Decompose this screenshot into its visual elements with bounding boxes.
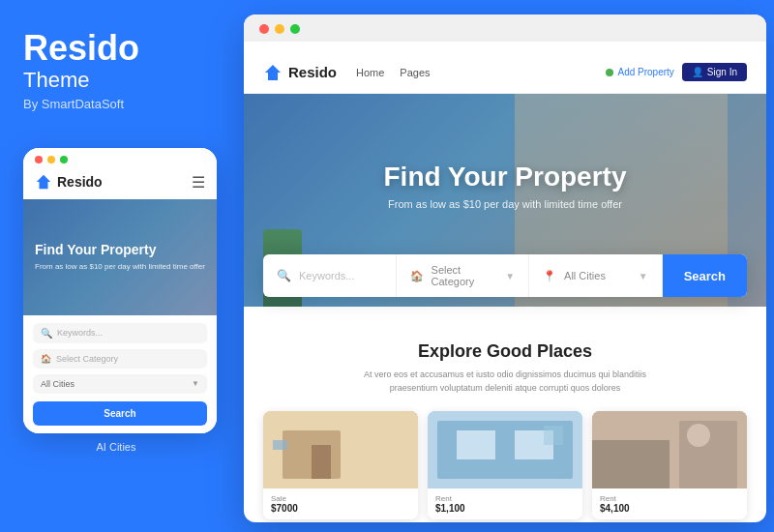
- city-arrow-icon: ▼: [639, 271, 648, 281]
- mobile-category-text[interactable]: Select Category: [56, 354, 118, 364]
- card-type-3: Rent: [600, 494, 739, 503]
- card-2-illustration: [428, 411, 582, 488]
- mobile-hero: Find Your Property From as low as $10 pe…: [23, 199, 217, 315]
- desktop-dot-green: [290, 24, 300, 34]
- card-price-1: $7000: [271, 503, 410, 514]
- mobile-category-icon: 🏠: [41, 354, 51, 364]
- mobile-logo-icon: [35, 173, 52, 191]
- svg-rect-5: [273, 440, 287, 450]
- card-price-3: $4,100: [600, 503, 739, 514]
- mobile-city-arrow-icon: ▼: [192, 379, 199, 388]
- desktop-logo-text: Resido: [288, 64, 337, 80]
- svg-marker-1: [265, 65, 281, 80]
- signin-label: Sign In: [707, 67, 737, 77]
- keyword-field[interactable]: 🔍 Keywords...: [263, 254, 397, 297]
- desktop-dot-red: [259, 24, 269, 34]
- explore-title: Explore Good Places: [263, 341, 747, 362]
- mobile-category-row: 🏠 Select Category: [33, 349, 207, 369]
- property-card-image-3: [592, 411, 747, 488]
- desktop-search-bar: 🔍 Keywords... 🏠 Select Category ▼ 📍 All …: [263, 254, 747, 297]
- dot-red: [35, 156, 43, 163]
- card-type-1: Sale: [271, 494, 410, 503]
- mobile-keyword-row: 🔍 Keywords...: [33, 323, 207, 343]
- desktop-mockup: Resido Home Pages Add Property 👤 Sign In…: [244, 15, 766, 522]
- property-card-image-2: [428, 411, 582, 488]
- dot-yellow: [47, 156, 55, 163]
- nav-signin-button[interactable]: 👤 Sign In: [682, 63, 747, 81]
- mobile-nav: Resido ☰: [23, 169, 217, 199]
- svg-rect-8: [457, 430, 495, 459]
- nav-add-property[interactable]: Add Property: [606, 67, 673, 77]
- property-card-image-1: [263, 411, 418, 488]
- card-type-2: Rent: [435, 494, 575, 503]
- category-icon: 🏠: [410, 270, 424, 282]
- brand-title: Resido: [23, 29, 209, 68]
- category-placeholder: Select Category: [432, 264, 498, 287]
- desktop-dot-yellow: [275, 24, 284, 34]
- hero-title: Find Your Property: [384, 162, 627, 192]
- desktop-logo: Resido: [263, 63, 337, 82]
- mobile-search-area: 🔍 Keywords... 🏠 Select Category All Citi…: [23, 315, 217, 433]
- property-card-info-3: Rent $4,100: [592, 488, 747, 519]
- svg-rect-10: [544, 426, 563, 445]
- category-field[interactable]: 🏠 Select Category ▼: [397, 254, 530, 297]
- mobile-mockup: Resido ☰ Find Your Property From as low …: [23, 148, 217, 433]
- desktop-search-button[interactable]: Search: [663, 254, 747, 297]
- property-card-info-2: Rent $1,100: [428, 488, 582, 519]
- mobile-bottom-label: AI Cities: [23, 441, 209, 453]
- property-card-info-1: Sale $7000: [263, 488, 418, 519]
- card-1-illustration: [263, 411, 418, 488]
- explore-section: Explore Good Places At vero eos et accus…: [244, 322, 766, 419]
- mobile-hero-sub: From as low as $10 per day with limited …: [35, 261, 205, 272]
- keyword-placeholder: Keywords...: [299, 270, 354, 281]
- nav-link-pages[interactable]: Pages: [400, 67, 430, 78]
- explore-subtitle: At vero eos et accusamus et iusto odio d…: [263, 368, 747, 396]
- svg-point-14: [687, 424, 710, 447]
- property-card-2[interactable]: Rent $1,100: [428, 411, 582, 519]
- property-cards-row: Sale $7000 Rent $1,100: [263, 411, 747, 519]
- svg-marker-0: [37, 175, 50, 189]
- desktop-nav: Resido Home Pages Add Property 👤 Sign In: [244, 51, 766, 94]
- mobile-hero-content: Find Your Property From as low as $10 pe…: [35, 242, 205, 272]
- city-placeholder: All Cities: [564, 270, 631, 281]
- mobile-search-icon: 🔍: [41, 328, 52, 339]
- keyword-search-icon: 🔍: [277, 269, 291, 282]
- mobile-window-dots: [23, 148, 217, 169]
- mobile-logo: Resido: [35, 173, 103, 191]
- nav-links: Home Pages: [356, 67, 606, 78]
- mobile-city-text[interactable]: All Cities: [41, 379, 74, 389]
- card-price-2: $1,100: [435, 503, 575, 514]
- desktop-logo-icon: [263, 63, 283, 82]
- mobile-search-button[interactable]: Search: [33, 401, 207, 426]
- brand-by: By SmartDataSoft: [23, 97, 209, 111]
- hero-subtitle: From as low as $10 per day with limited …: [388, 198, 622, 210]
- hamburger-icon[interactable]: ☰: [192, 173, 205, 192]
- property-card-1[interactable]: Sale $7000: [263, 411, 418, 519]
- svg-rect-12: [592, 440, 670, 488]
- svg-rect-4: [312, 445, 331, 479]
- card-3-illustration: [592, 411, 747, 488]
- category-arrow-icon: ▼: [505, 271, 515, 281]
- dot-green: [60, 156, 68, 163]
- city-field[interactable]: 📍 All Cities ▼: [529, 254, 663, 297]
- nav-link-home[interactable]: Home: [356, 67, 384, 78]
- nav-add-property-label: Add Property: [617, 67, 673, 77]
- left-panel: Resido Theme By SmartDataSoft Resido ☰ F…: [0, 0, 232, 532]
- mobile-logo-text: Resido: [57, 174, 103, 190]
- nav-green-dot-icon: [606, 69, 613, 76]
- desktop-window-dots: [244, 15, 766, 42]
- city-location-icon: 📍: [543, 270, 556, 282]
- user-icon: 👤: [692, 67, 703, 77]
- mobile-keyword-text[interactable]: Keywords...: [57, 328, 103, 338]
- mobile-city-row: All Cities ▼: [33, 374, 207, 394]
- nav-actions: Add Property 👤 Sign In: [606, 63, 747, 81]
- brand-subtitle: Theme: [23, 68, 209, 93]
- mobile-hero-title: Find Your Property: [35, 242, 205, 257]
- property-card-3[interactable]: Rent $4,100: [592, 411, 747, 519]
